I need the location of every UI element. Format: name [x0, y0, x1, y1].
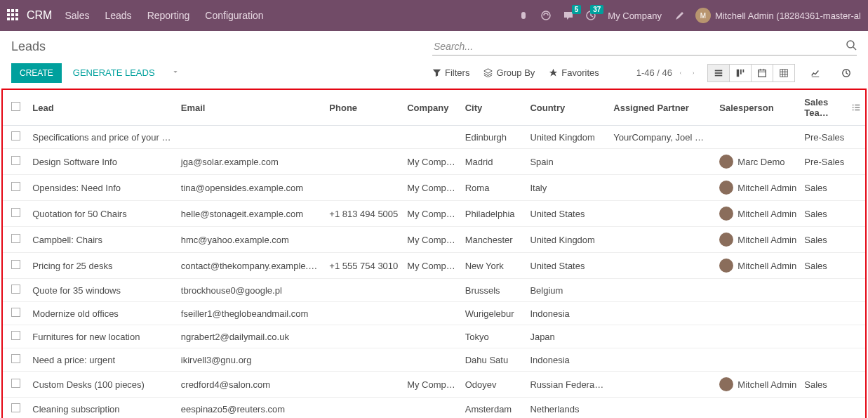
table-row[interactable]: Custom Desks (100 pieces)credford4@salon… [3, 372, 865, 398]
view-calendar-button[interactable] [751, 64, 773, 82]
view-kanban-button[interactable] [729, 64, 752, 82]
col-partner[interactable]: Assigned Partner [609, 90, 715, 126]
download-icon[interactable] [166, 67, 185, 79]
search-input[interactable] [432, 38, 857, 55]
cell-phone [325, 227, 403, 253]
cell-company [403, 325, 461, 348]
bug-icon[interactable] [518, 10, 529, 21]
cell-country: Japan [526, 325, 609, 348]
cell-email: credford4@salon.com [177, 372, 326, 398]
row-checkbox[interactable] [11, 156, 20, 165]
cell-salesperson: Marc Demo [715, 149, 800, 175]
view-list-button[interactable] [707, 64, 730, 82]
nav-reporting[interactable]: Reporting [147, 10, 190, 21]
pager-prev-icon[interactable] [676, 69, 685, 77]
cell-country: Indonesia [526, 302, 609, 325]
col-team[interactable]: Sales Tea… [800, 90, 850, 126]
support-icon[interactable] [540, 10, 552, 21]
cell-country: Spain [526, 149, 609, 175]
nav-sales[interactable]: Sales [65, 10, 89, 21]
row-checkbox[interactable] [11, 182, 20, 191]
tools-icon[interactable] [673, 10, 684, 21]
star-icon [549, 68, 558, 77]
cell-country: Belgium [526, 279, 609, 302]
table-row[interactable]: Furnitures for new locationngrabert2@dai… [3, 325, 865, 348]
cell-partner [609, 175, 715, 201]
col-lead[interactable]: Lead [28, 90, 177, 126]
row-checkbox[interactable] [11, 308, 20, 317]
messages-icon[interactable]: 5 [563, 10, 574, 21]
col-salesperson[interactable]: Salesperson [715, 90, 800, 126]
favorites-button[interactable]: Favorites [549, 67, 599, 78]
pager-next-icon[interactable] [689, 69, 697, 77]
svg-line-12 [853, 47, 856, 50]
row-checkbox[interactable] [11, 354, 20, 363]
search-icon[interactable] [846, 39, 857, 51]
cell-city: Manchester [461, 227, 526, 253]
activities-badge: 37 [590, 5, 603, 14]
table-row[interactable]: Quote for 35 windowstbrockhouse0@google.… [3, 279, 865, 302]
row-checkbox[interactable] [11, 285, 20, 294]
table-row[interactable]: Pricing for 25 deskscontact@thekompany.e… [3, 253, 865, 279]
svg-rect-14 [715, 72, 723, 74]
cell-company: My Company [403, 149, 461, 175]
apps-icon[interactable] [7, 9, 18, 22]
activities-icon[interactable]: 37 [585, 10, 596, 21]
svg-rect-4 [11, 13, 14, 16]
table-row[interactable]: Design Software Infojga@solar.example.co… [3, 149, 865, 175]
cell-team [800, 325, 850, 348]
leads-table-body: Specifications and price of your ph…Edin… [3, 126, 865, 418]
col-email[interactable]: Email [177, 90, 326, 126]
brand[interactable]: CRM [27, 9, 52, 22]
columns-more-icon[interactable] [851, 103, 861, 112]
cell-salesperson [715, 126, 800, 149]
cell-phone [325, 348, 403, 372]
company-selector[interactable]: My Company [608, 11, 662, 21]
view-pivot-button[interactable] [773, 64, 795, 82]
col-company[interactable]: Company [403, 90, 461, 126]
cell-team: Sales [800, 372, 850, 398]
table-row[interactable]: Specifications and price of your ph…Edin… [3, 126, 865, 149]
create-button[interactable]: CREATE [11, 63, 62, 83]
col-country[interactable]: Country [526, 90, 609, 126]
cell-team: Sales [800, 175, 850, 201]
row-checkbox[interactable] [11, 260, 20, 269]
nav-leads[interactable]: Leads [105, 10, 131, 21]
row-checkbox[interactable] [11, 131, 20, 141]
row-checkbox[interactable] [11, 331, 20, 340]
row-checkbox[interactable] [11, 208, 20, 217]
table-row[interactable]: Modernize old officesfseiller1@theglobea… [3, 302, 865, 325]
cell-city: Dahu Satu [461, 348, 526, 372]
cell-phone [325, 325, 403, 348]
cell-company [403, 302, 461, 325]
row-checkbox[interactable] [11, 379, 20, 388]
view-graph-button[interactable] [805, 65, 826, 81]
user-menu[interactable]: M Mitchell Admin (18284361-master-al [695, 8, 861, 23]
cell-company [403, 279, 461, 302]
view-activity-button[interactable] [836, 65, 857, 81]
col-phone[interactable]: Phone [325, 90, 403, 126]
table-row[interactable]: Need a price: urgentikirvell3@gnu.orgDah… [3, 348, 865, 372]
groupby-button[interactable]: Group By [483, 67, 535, 78]
generate-leads-button[interactable]: GENERATE LEADS [67, 63, 161, 83]
table-row[interactable]: Campbell: Chairshmc@yahoo.example.comMy … [3, 227, 865, 253]
select-all-checkbox[interactable] [11, 102, 20, 111]
table-header-row: Lead Email Phone Company City Country As… [3, 90, 865, 126]
cell-email: helle@stonageit.example.com [177, 201, 326, 227]
user-name: Mitchell Admin (18284361-master-al [715, 11, 861, 21]
col-city[interactable]: City [461, 90, 526, 126]
salesperson-avatar-icon [719, 233, 733, 247]
table-row[interactable]: Quotation for 50 Chairshelle@stonageit.e… [3, 201, 865, 227]
filters-button[interactable]: Filters [432, 67, 469, 78]
cell-team [800, 279, 850, 302]
cell-phone [325, 398, 403, 419]
table-row[interactable]: Cleaning subscriptioneespinazo5@reuters.… [3, 398, 865, 419]
nav-configuration[interactable]: Configuration [205, 10, 263, 21]
pager-text[interactable]: 1-46 / 46 [636, 67, 672, 78]
table-row[interactable]: Opensides: Need Infotina@opensides.examp… [3, 175, 865, 201]
table-body-wrap: Specifications and price of your ph…Edin… [1, 126, 867, 418]
row-checkbox[interactable] [11, 403, 20, 412]
salesperson-avatar-icon [719, 155, 733, 169]
row-checkbox[interactable] [11, 234, 20, 243]
cell-company: My Company [403, 175, 461, 201]
